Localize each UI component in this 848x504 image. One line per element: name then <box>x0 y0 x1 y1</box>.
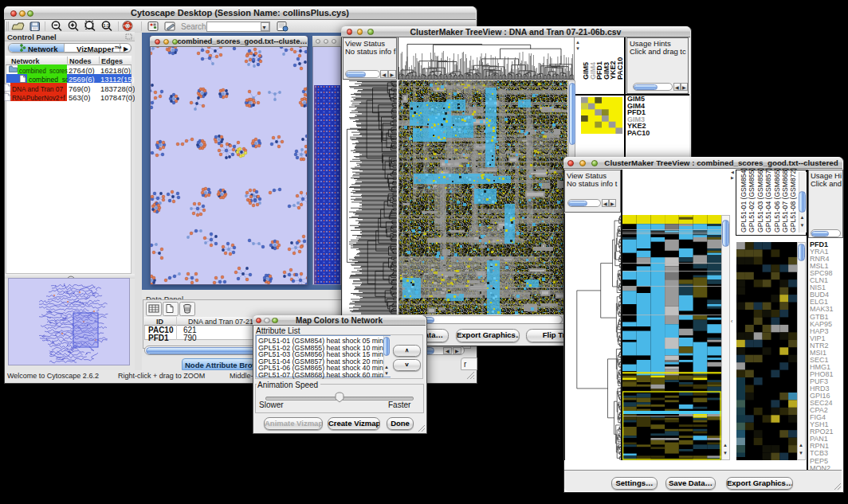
svg-text:1:1: 1:1 <box>104 23 110 28</box>
